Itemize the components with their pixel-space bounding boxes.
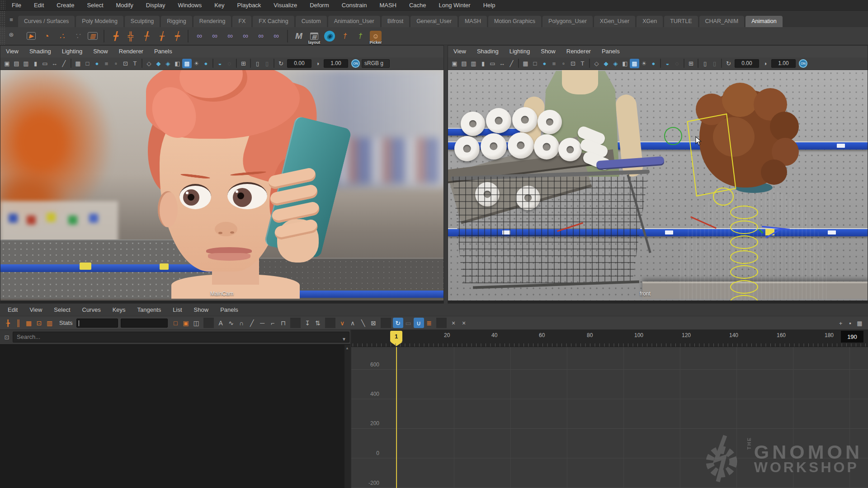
gate-mask-icon[interactable]: ■ bbox=[102, 59, 111, 68]
xray-icon[interactable]: ▯ bbox=[253, 59, 262, 68]
isolate-select-icon[interactable]: ⊞ bbox=[686, 59, 696, 68]
shelf-tab[interactable]: XGen bbox=[637, 16, 663, 27]
separator[interactable] bbox=[518, 59, 519, 68]
set-key-rotate-icon[interactable]: ╁ bbox=[154, 28, 169, 44]
exposure-icon[interactable]: ↻ bbox=[276, 59, 286, 68]
camera-lock-icon[interactable]: ▤ bbox=[459, 59, 469, 68]
grease-pencil-icon[interactable]: ╱ bbox=[507, 59, 516, 68]
break-tangents-icon[interactable]: ∨ bbox=[337, 318, 348, 328]
shelf-grip[interactable] bbox=[0, 11, 5, 27]
camera-attributes-icon[interactable]: ▥ bbox=[469, 59, 478, 68]
shelf-tab[interactable]: General_User bbox=[410, 16, 458, 27]
colorspace-dropdown[interactable]: sRGB g bbox=[362, 59, 390, 68]
shelf-tab[interactable]: Curves / Surfaces bbox=[18, 16, 75, 27]
move-key-tool-icon[interactable]: + bbox=[836, 319, 845, 328]
menubar-item[interactable]: MASH bbox=[373, 0, 403, 11]
buffer-swap-icon[interactable]: ⇅ bbox=[313, 318, 323, 328]
viewport-menu-item[interactable]: Renderer bbox=[561, 46, 596, 57]
separator[interactable] bbox=[274, 59, 274, 68]
shelf-tab[interactable]: Sculpting bbox=[125, 16, 160, 27]
auto-tangent-icon[interactable]: A bbox=[216, 318, 226, 328]
studio-library-icon[interactable]: ◉ bbox=[322, 28, 337, 44]
buffer-snapshot-icon[interactable]: ↧ bbox=[302, 318, 313, 328]
snap-magnet-icon[interactable]: ∪ bbox=[414, 318, 424, 328]
separator[interactable] bbox=[698, 59, 698, 68]
time-ruler[interactable]: 20406080100120140160180 190 1 bbox=[351, 330, 868, 347]
separator[interactable] bbox=[71, 59, 71, 68]
wireframe-on-shaded-icon[interactable]: ◧ bbox=[620, 59, 630, 68]
spine-rig-control[interactable] bbox=[730, 250, 758, 264]
exposure-field[interactable]: 0.00 bbox=[735, 59, 759, 68]
spine-rig-control[interactable] bbox=[730, 206, 758, 219]
grease-pencil-icon[interactable]: ╱ bbox=[59, 59, 69, 68]
film-gate-icon[interactable]: □ bbox=[83, 59, 92, 68]
image-plane-icon[interactable]: ▭ bbox=[40, 59, 50, 68]
isolate-select-icon[interactable]: ⊞ bbox=[239, 59, 248, 68]
viewport-menu-item[interactable]: Shading bbox=[24, 46, 57, 57]
maincam-viewport[interactable]: MainCam bbox=[0, 70, 443, 300]
separator[interactable] bbox=[188, 30, 189, 42]
layout-window-icon[interactable]: ▤ layout bbox=[307, 28, 322, 44]
xray-icon[interactable]: ▯ bbox=[700, 59, 710, 68]
green-rig-circle[interactable] bbox=[664, 127, 682, 145]
break-connection-icon[interactable]: × bbox=[448, 318, 459, 328]
pin-orange-icon[interactable]: † bbox=[337, 28, 353, 44]
separator[interactable] bbox=[287, 30, 288, 42]
safe-title-icon[interactable]: T bbox=[130, 59, 140, 68]
insert-keys-icon[interactable]: ║ bbox=[13, 318, 24, 328]
menubar-item[interactable]: Create bbox=[50, 0, 80, 11]
separator[interactable] bbox=[203, 318, 214, 328]
lattice-deform-keys-icon[interactable]: ▦ bbox=[24, 318, 34, 328]
film-gate-icon[interactable]: □ bbox=[530, 59, 540, 68]
viewport-menu-item[interactable]: Show bbox=[535, 46, 561, 57]
shelf-tab[interactable]: FX Caching bbox=[253, 16, 294, 27]
separator[interactable] bbox=[381, 318, 391, 328]
outliner-scrollbar[interactable]: ▲ bbox=[344, 345, 350, 488]
scroll-up-icon[interactable]: ▲ bbox=[345, 346, 349, 350]
menubar-item[interactable]: Long Winter bbox=[433, 0, 477, 11]
separator[interactable] bbox=[250, 59, 251, 68]
plateau-tangent-icon[interactable]: ⊓ bbox=[278, 318, 288, 328]
menubar-item[interactable]: Constrain bbox=[335, 0, 373, 11]
graph-editor-menu-item[interactable]: Select bbox=[48, 305, 76, 315]
camera-attributes-icon[interactable]: ▥ bbox=[21, 59, 31, 68]
separator[interactable] bbox=[721, 59, 722, 68]
wireframe-icon[interactable]: ◇ bbox=[144, 59, 154, 68]
menubar-item[interactable]: Help bbox=[477, 0, 502, 11]
shelf-tab[interactable]: Rigging bbox=[161, 16, 192, 27]
xray-joints-icon[interactable]: ▯ bbox=[262, 59, 272, 68]
safe-action-icon[interactable]: ⊡ bbox=[121, 59, 130, 68]
lighting-icon[interactable]: ☀ bbox=[639, 59, 649, 68]
graph-editor-menu-item[interactable]: Keys bbox=[107, 305, 132, 315]
curve-plot-area[interactable]: 6004002000-200 THE GNOMON WORKSHOP bbox=[351, 347, 868, 488]
aim-constraint-icon[interactable]: ∞ bbox=[253, 28, 269, 44]
separator[interactable] bbox=[660, 59, 661, 68]
smooth-shade-icon[interactable]: ◆ bbox=[601, 59, 611, 68]
graph-editor-menu-item[interactable]: List bbox=[167, 305, 188, 315]
occlusion-icon[interactable]: ◒ bbox=[663, 59, 672, 68]
pole-vector-constraint-icon[interactable]: ∞ bbox=[269, 28, 284, 44]
safe-action-icon[interactable]: ⊡ bbox=[568, 59, 578, 68]
menubar-item[interactable]: Select bbox=[80, 0, 109, 11]
bookmark-icon[interactable]: ▮ bbox=[478, 59, 488, 68]
graph-editor-menu-item[interactable]: Panels bbox=[214, 305, 244, 315]
motion-blur-icon[interactable]: ◌ bbox=[225, 59, 234, 68]
shelf-tab[interactable]: Animation bbox=[745, 16, 783, 27]
default-material-icon[interactable]: ▩ bbox=[630, 59, 639, 68]
graph-editor-menu-item[interactable]: Edit bbox=[2, 305, 24, 315]
motion-blur-icon[interactable]: ◌ bbox=[672, 59, 682, 68]
contrast-field[interactable]: 1.00 bbox=[324, 59, 348, 68]
separator[interactable] bbox=[290, 318, 301, 328]
exposure-icon[interactable]: ↻ bbox=[724, 59, 733, 68]
shelf-icons-grip[interactable] bbox=[0, 27, 5, 45]
unify-tangents-icon[interactable]: ∧ bbox=[348, 318, 358, 328]
pin-green-icon[interactable]: † bbox=[353, 28, 368, 44]
filter-icon[interactable]: ⊡ bbox=[2, 332, 12, 342]
orient-constraint-icon[interactable]: ∞ bbox=[222, 28, 238, 44]
motion-trail-icon[interactable]: ∴ bbox=[54, 28, 70, 44]
wireframe-icon[interactable]: ◇ bbox=[592, 59, 601, 68]
shadows-icon[interactable]: ● bbox=[649, 59, 658, 68]
retime-keys-icon[interactable]: ▥ bbox=[44, 318, 55, 328]
menubar-item[interactable]: Edit bbox=[28, 0, 50, 11]
spine-rig-control[interactable] bbox=[730, 235, 758, 249]
